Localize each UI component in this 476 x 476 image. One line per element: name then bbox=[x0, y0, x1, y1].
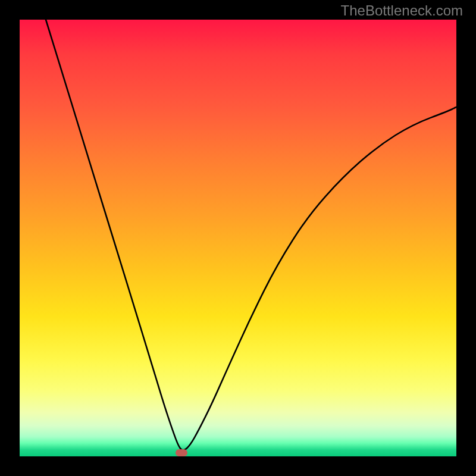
watermark-text: TheBottleneck.com bbox=[341, 2, 463, 19]
bottleneck-curve bbox=[20, 20, 456, 456]
optimal-marker bbox=[176, 449, 187, 456]
chart-frame: TheBottleneck.com bbox=[0, 0, 476, 476]
